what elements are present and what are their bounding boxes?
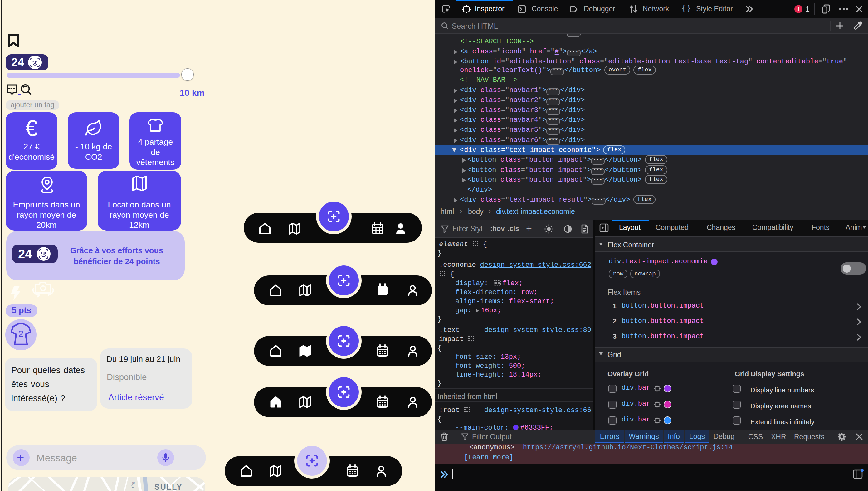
svg-text:dre: dre <box>130 481 136 488</box>
svg-text:SULLY: SULLY <box>154 483 182 491</box>
